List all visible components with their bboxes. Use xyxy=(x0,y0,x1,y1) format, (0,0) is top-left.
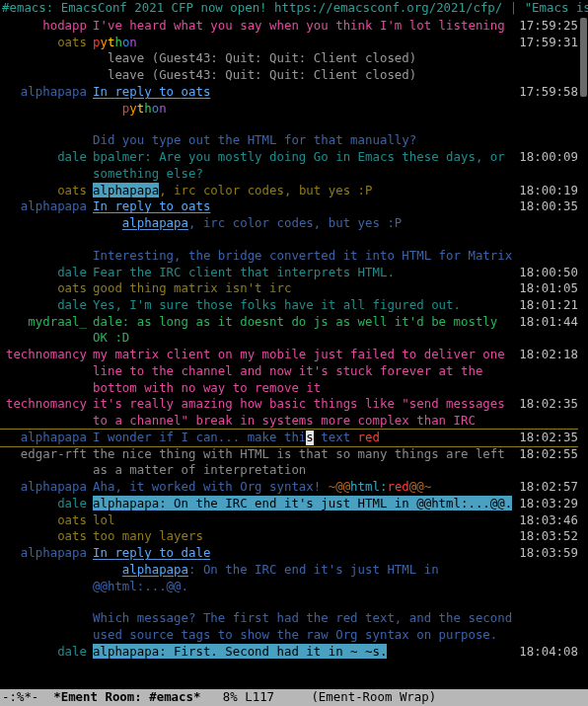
nick-alphapapa[interactable]: alphapapa xyxy=(0,430,93,446)
nick-dale[interactable]: dale xyxy=(0,297,93,314)
scrollbar-thumb[interactable] xyxy=(580,18,587,97)
timestamp: 17:59:31 xyxy=(517,35,578,51)
system-message: leave (Guest43: Quit: Quit: Client close… xyxy=(0,67,578,84)
message-continuation: Interesting, the bridge converted it int… xyxy=(0,248,578,265)
message-continuation: python xyxy=(0,101,578,118)
chat-message: hodappI've heard what you say when you t… xyxy=(0,18,578,35)
major-mode: (Ement-Room Wrap) xyxy=(311,689,436,706)
timestamp: 18:00:09 xyxy=(517,149,578,166)
channel-name: #emacs xyxy=(2,0,46,15)
scroll-pct: 8% xyxy=(223,689,238,706)
reply-target[interactable]: oats xyxy=(182,84,211,99)
reply-link[interactable]: In reply to xyxy=(93,198,182,213)
mention-link[interactable]: alphapapa xyxy=(93,183,159,197)
timestamp: 18:02:18 xyxy=(517,347,578,363)
mode-line: -:%*- *Ement Room: #emacs* 8% L117 (Emen… xyxy=(0,689,588,706)
message-continuation: Which message? The first had the red tex… xyxy=(0,610,578,643)
reply-header: alphapapaIn reply to oats18:00:35 xyxy=(0,198,578,215)
chat-message: dalealphapapa: On the IRC end it's just … xyxy=(0,496,578,512)
emacs-window: #emacs: EmacsConf 2021 CFP now open! htt… xyxy=(0,0,588,706)
scrollbar[interactable] xyxy=(579,18,588,689)
nick-oats[interactable]: oats xyxy=(0,528,93,545)
reply-header: alphapapaIn reply to oats17:59:58 xyxy=(0,84,578,101)
nick-mydraal_[interactable]: mydraal_ xyxy=(0,314,93,331)
nick-edgar-rft[interactable]: edgar-rft xyxy=(0,446,93,463)
timestamp: 18:01:05 xyxy=(517,280,578,297)
nick-technomancy[interactable]: technomancy xyxy=(0,347,93,363)
reply-target[interactable]: oats xyxy=(182,198,211,213)
mention-link[interactable]: alphapapa xyxy=(122,215,188,230)
timestamp: 18:01:44 xyxy=(517,314,578,331)
chat-buffer[interactable]: hodappI've heard what you say when you t… xyxy=(0,18,588,689)
chat-message: oatslol18:03:46 xyxy=(0,512,578,529)
header-line: #emacs: EmacsConf 2021 CFP now open! htt… xyxy=(0,0,588,18)
reply-target[interactable]: dale xyxy=(182,545,211,560)
system-message: leave (Guest43: Quit: Quit: Client close… xyxy=(0,50,578,67)
timestamp: 18:02:35 xyxy=(517,430,578,446)
chat-message: mydraal_dale: as long as it doesnt do js… xyxy=(0,314,578,347)
timestamp: 18:03:29 xyxy=(517,496,578,512)
nick-alphapapa[interactable]: alphapapa xyxy=(0,545,93,562)
nick-alphapapa[interactable]: alphapapa xyxy=(0,479,93,496)
chat-message: daleYes, I'm sure those folks have it al… xyxy=(0,297,578,314)
timestamp: 18:02:57 xyxy=(517,479,578,496)
buffer-name: *Ement Room: #emacs* xyxy=(53,689,200,706)
timestamp: 18:03:59 xyxy=(517,545,578,562)
nick-oats[interactable]: oats xyxy=(0,280,93,297)
line-number: L117 xyxy=(245,689,274,706)
mention-link[interactable]: alphapapa xyxy=(122,562,188,577)
timestamp: 18:03:46 xyxy=(517,512,578,529)
chat-message: oatsgood thing matrix isn't irc18:01:05 xyxy=(0,280,578,297)
chat-message: oatsalphapapa, irc color codes, but yes … xyxy=(0,183,578,199)
message-continuation: alphapapa, irc color codes, but yes :P xyxy=(0,215,578,232)
mention-link[interactable]: alphapapa xyxy=(93,644,159,659)
timestamp: 18:00:19 xyxy=(517,183,578,199)
input-line[interactable]: alphapapaI wonder if I can... make this … xyxy=(0,429,578,447)
nick-alphapapa[interactable]: alphapapa xyxy=(0,198,93,215)
nick-technomancy[interactable]: technomancy xyxy=(0,396,93,413)
chat-message: dalealphapapa: First. Second had it in ~… xyxy=(0,644,578,661)
chat-message: technomancymy matrix client on my mobile… xyxy=(0,347,578,396)
chat-message: dalebpalmer: Are you mostly doing Go in … xyxy=(0,149,578,182)
nick-oats[interactable]: oats xyxy=(0,512,93,529)
reply-header: alphapapaIn reply to dale18:03:59 xyxy=(0,545,578,562)
nick-oats[interactable]: oats xyxy=(0,35,93,51)
nick-dale[interactable]: dale xyxy=(0,149,93,166)
nick-alphapapa[interactable]: alphapapa xyxy=(0,84,93,101)
reply-link[interactable]: In reply to xyxy=(93,545,182,560)
timestamp: 18:00:50 xyxy=(517,265,578,281)
nick-dale[interactable]: dale xyxy=(0,496,93,512)
reply-link[interactable]: In reply to xyxy=(93,84,182,99)
nick-dale[interactable]: dale xyxy=(0,265,93,281)
message-continuation: Did you type out the HTML for that manua… xyxy=(0,132,578,149)
timestamp: 18:01:21 xyxy=(517,297,578,314)
nick-oats[interactable]: oats xyxy=(0,183,93,199)
timestamp: 18:00:35 xyxy=(517,198,578,215)
timestamp: 18:02:55 xyxy=(517,446,578,463)
nick-dale[interactable]: dale xyxy=(0,644,93,661)
timestamp: 18:03:52 xyxy=(517,528,578,545)
message-continuation: alphapapa: On the IRC end it's just HTML… xyxy=(0,562,578,594)
chat-message: alphapapaAha, it worked with Org syntax!… xyxy=(0,479,578,496)
chat-message: oatspython17:59:31 xyxy=(0,35,578,51)
timestamp: 17:59:58 xyxy=(517,84,578,101)
chat-message: daleFear the IRC client that interprets … xyxy=(0,265,578,281)
timestamp: 18:04:08 xyxy=(517,644,578,661)
text-cursor: s xyxy=(306,431,314,445)
timestamp: 18:02:35 xyxy=(517,396,578,413)
chat-message: oatstoo many layers18:03:52 xyxy=(0,528,578,545)
nick-hodapp[interactable]: hodapp xyxy=(0,18,93,35)
chat-message: technomancyit's really amazing how basic… xyxy=(0,396,578,429)
chat-message: edgar-rftthe nice thing with HTML is tha… xyxy=(0,446,578,479)
timestamp: 17:59:25 xyxy=(517,18,578,35)
mention-link[interactable]: alphapapa xyxy=(93,496,159,510)
